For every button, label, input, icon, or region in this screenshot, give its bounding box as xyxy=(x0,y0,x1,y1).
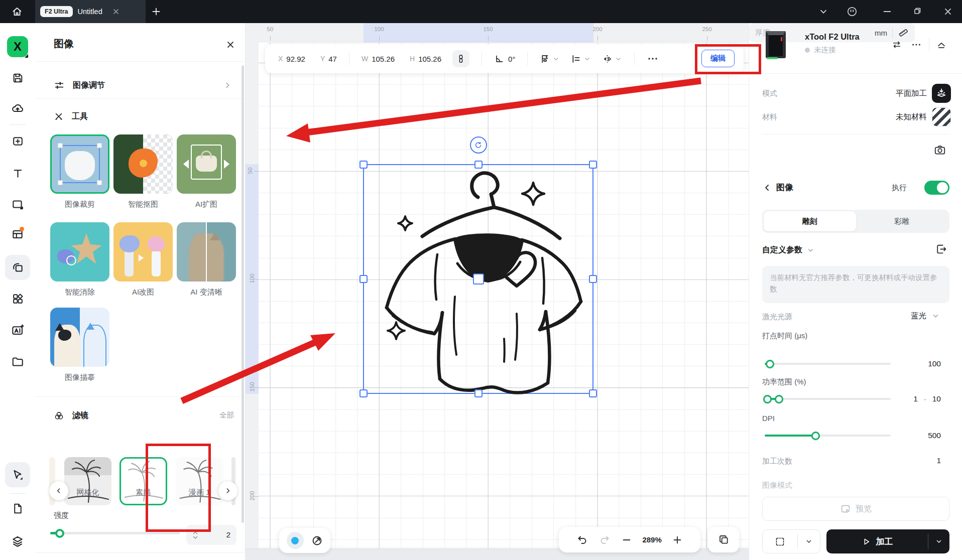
document-settings-button[interactable] xyxy=(7,497,29,519)
execute-toggle[interactable] xyxy=(924,181,949,195)
document-tab[interactable]: F2 Ultra Untitled xyxy=(35,0,146,23)
power-slider-track[interactable] xyxy=(765,398,891,400)
select-tool-button-selected[interactable] xyxy=(5,462,30,487)
collapse-panel-button[interactable] xyxy=(936,39,947,50)
new-tab-button[interactable] xyxy=(151,6,162,17)
resize-handle-se[interactable] xyxy=(589,389,597,397)
frame-options-button[interactable] xyxy=(798,537,820,545)
zoom-in-button[interactable] xyxy=(672,534,683,545)
minimize-button[interactable] xyxy=(882,6,893,17)
stepper-up-icon[interactable] xyxy=(192,530,198,535)
power-max-knob[interactable] xyxy=(775,395,783,403)
device-more-button[interactable] xyxy=(911,39,922,50)
tool-card-smart-erase[interactable] xyxy=(50,222,109,282)
laser-position-button[interactable] xyxy=(287,532,304,549)
y-field[interactable]: Y47 xyxy=(320,55,337,63)
edit-button[interactable]: 编辑 xyxy=(701,50,735,67)
tool-card-crop[interactable] xyxy=(50,134,109,194)
resize-handle-n[interactable] xyxy=(474,161,483,169)
strength-stepper[interactable]: 2 xyxy=(186,525,236,545)
laser-source-dropdown[interactable]: 蓝光 xyxy=(870,311,940,321)
panel-close-button[interactable] xyxy=(225,39,236,50)
save-button[interactable] xyxy=(7,67,29,89)
mode-value[interactable]: 平面加工 xyxy=(762,88,927,99)
preview-button[interactable]: 预览 xyxy=(762,497,949,521)
stepper-down-icon[interactable] xyxy=(192,535,198,540)
tool-card-remove-bg[interactable] xyxy=(113,134,173,194)
filter-thumb-manga[interactable] xyxy=(176,457,223,505)
switch-device-button[interactable] xyxy=(891,39,902,50)
strength-slider-knob[interactable] xyxy=(55,529,64,538)
resize-handle-w[interactable] xyxy=(359,275,368,283)
filters-all-link[interactable]: 全部 xyxy=(219,410,234,420)
resize-handle-e[interactable] xyxy=(589,275,597,283)
duplicate-button[interactable] xyxy=(708,527,739,552)
width-field[interactable]: W105.26 xyxy=(362,55,395,63)
text-tool-button[interactable] xyxy=(7,162,29,184)
image-tool-button-selected[interactable] xyxy=(5,255,30,280)
resize-handle-sw[interactable] xyxy=(359,389,368,397)
strength-slider-track[interactable] xyxy=(50,532,180,534)
dot-time-slider-track[interactable] xyxy=(765,363,891,365)
dot-time-slider-knob[interactable] xyxy=(766,360,774,368)
apps-button[interactable] xyxy=(7,288,29,310)
frame-button[interactable] xyxy=(763,536,797,547)
undo-button[interactable] xyxy=(576,534,588,546)
material-swatch[interactable] xyxy=(932,107,951,126)
close-window-button[interactable] xyxy=(942,6,953,17)
process-options-button[interactable] xyxy=(928,537,949,545)
projects-folder-button[interactable] xyxy=(7,351,29,373)
cloud-upload-button[interactable] xyxy=(7,97,29,119)
frame-button-group[interactable] xyxy=(762,529,820,553)
more-options-button[interactable] xyxy=(647,53,659,65)
dpi-slider-knob[interactable] xyxy=(811,432,820,440)
redo-button[interactable] xyxy=(598,534,611,546)
filter-thumb-sketch-selected[interactable] xyxy=(119,457,167,505)
tool-card-ai-sharpen[interactable] xyxy=(177,222,236,282)
arrange-button[interactable] xyxy=(540,54,560,64)
image-adjust-row[interactable]: 图像调节 xyxy=(54,71,232,99)
power-min-knob[interactable] xyxy=(763,395,772,403)
home-button[interactable] xyxy=(0,0,34,23)
rotation-field[interactable]: 0° xyxy=(494,54,515,64)
panel-scrollbar[interactable] xyxy=(242,65,244,523)
tab-close-icon[interactable] xyxy=(111,7,121,16)
camera-measure-button[interactable] xyxy=(933,144,946,157)
shape-tool-button[interactable] xyxy=(7,193,29,215)
ai-image-button[interactable] xyxy=(7,319,29,341)
tool-card-image-trace[interactable] xyxy=(50,308,109,367)
tab-engrave[interactable]: 雕刻 xyxy=(764,211,856,231)
save-params-button[interactable] xyxy=(935,243,947,255)
tool-card-ai-edit[interactable] xyxy=(113,222,173,282)
height-field[interactable]: H105.26 xyxy=(410,55,441,63)
custom-params-dropdown[interactable]: 自定义参数 xyxy=(762,245,815,255)
layers-button[interactable] xyxy=(7,530,29,552)
resize-handle-nw[interactable] xyxy=(359,161,368,169)
x-field[interactable]: X92.92 xyxy=(278,55,305,63)
add-element-button[interactable] xyxy=(7,130,29,152)
feedback-icon[interactable] xyxy=(846,6,858,18)
zoom-out-button[interactable] xyxy=(621,534,632,545)
lock-aspect-ratio-button[interactable] xyxy=(452,50,469,67)
tab-color-engrave[interactable]: 彩雕 xyxy=(856,211,948,231)
jog-arrow-button[interactable] xyxy=(311,534,323,547)
material-value[interactable]: 未知材料 xyxy=(762,112,927,122)
resize-handle-s[interactable] xyxy=(474,389,483,397)
filter-thumb-grid[interactable] xyxy=(64,457,111,505)
selected-image-object[interactable] xyxy=(363,164,593,394)
resize-handle-ne[interactable] xyxy=(589,161,597,169)
restore-button[interactable] xyxy=(912,6,923,17)
process-button[interactable]: 加工 xyxy=(826,536,928,547)
window-menu-chevron-icon[interactable] xyxy=(818,6,829,17)
measure-thickness-button[interactable] xyxy=(898,27,909,38)
zoom-level[interactable]: 289% xyxy=(642,535,661,544)
mode-icon-button[interactable] xyxy=(932,84,951,103)
align-button[interactable] xyxy=(571,54,591,64)
process-button-group[interactable]: 加工 xyxy=(826,529,949,553)
tool-card-ai-expand[interactable] xyxy=(177,134,236,194)
template-button[interactable] xyxy=(7,223,29,245)
object-center-handle[interactable] xyxy=(473,273,484,285)
back-chevron-button[interactable] xyxy=(762,183,772,193)
flip-button[interactable] xyxy=(602,54,622,64)
rotate-handle[interactable] xyxy=(470,136,487,154)
